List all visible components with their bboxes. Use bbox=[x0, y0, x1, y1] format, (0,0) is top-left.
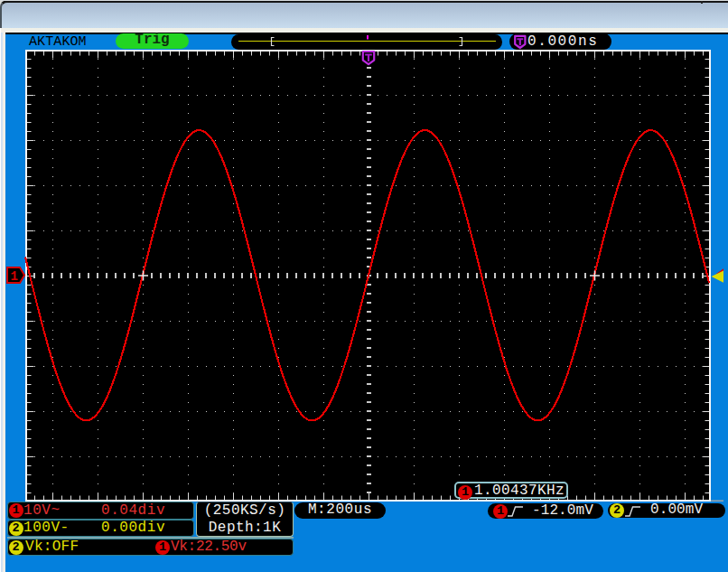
svg-text:1: 1 bbox=[11, 269, 18, 284]
